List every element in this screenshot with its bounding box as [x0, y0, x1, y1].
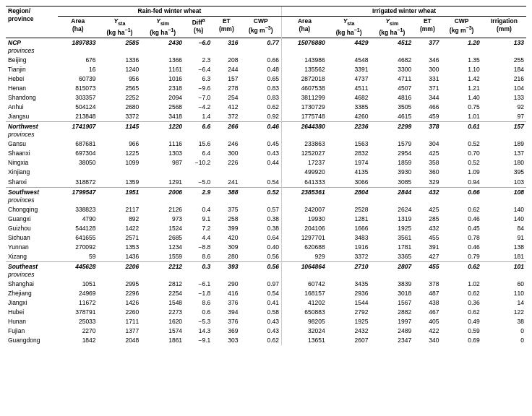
rf-et: 393: [213, 261, 240, 280]
ir-et: 331: [413, 74, 441, 84]
province-label: Northwestprovinces: [6, 122, 58, 140]
province-label: Shanghai: [6, 280, 58, 289]
ir-area: 41202: [282, 298, 327, 308]
table-row: Xizang59143615598.62800.5692933723365427…: [6, 252, 526, 262]
rf-et: 266: [213, 122, 240, 140]
rf-et: 241: [213, 178, 240, 188]
table-row: Shaanxi697304122513036.43000.43125202728…: [6, 149, 526, 158]
rf-cwp: 0.58: [240, 308, 281, 317]
ir-cwp: 0.62: [441, 261, 481, 280]
rf-ysim: 1574: [141, 326, 184, 336]
ir-irr: 101: [482, 261, 526, 280]
ir-irr: 91: [482, 233, 526, 243]
ir-ysim: 3365: [371, 252, 414, 262]
ir-ysta: 4260: [327, 112, 371, 122]
ir-ysta: 4682: [327, 93, 371, 103]
rf-ysim: 987: [141, 158, 184, 168]
ir-area: 3811299: [282, 93, 327, 103]
rf-ysim: 1161: [141, 65, 184, 74]
rf-cwp: 0.43: [240, 317, 281, 326]
rf-cwp: 0.83: [240, 93, 281, 103]
ir-ysta: 3066: [327, 178, 371, 188]
ir-ysim: 3505: [371, 103, 414, 112]
rf-cwp: 0.57: [240, 205, 281, 214]
rf-cwp: 0.43: [240, 326, 281, 336]
rf-area: 1051: [58, 280, 98, 289]
rf-cwp: 0.65: [240, 74, 281, 84]
rf-cwp: 0.40: [240, 243, 281, 252]
rf-et: 303: [213, 336, 240, 345]
rf-et: 246: [213, 139, 240, 149]
province-label: Gansu: [6, 139, 58, 149]
rf-diff: −1.8: [184, 289, 213, 298]
rf-area: 1897833: [58, 38, 98, 56]
rf-et: [213, 168, 240, 177]
ir-cwp: 0.45: [441, 224, 481, 233]
rf-ysim: 1861: [141, 336, 184, 345]
rf-cwp: 0.43: [240, 149, 281, 158]
rf-area: 213848: [58, 112, 98, 122]
ir-irr: 138: [482, 243, 526, 252]
ir-cwp: 0.78: [441, 233, 481, 243]
ir-irr: 104: [482, 84, 526, 93]
ir-area: 929: [282, 252, 327, 262]
rf-diff: 6.6: [184, 122, 213, 140]
ir-irr: 180: [482, 158, 526, 168]
rf-diff: 4.4: [184, 233, 213, 243]
rf-diff: −5.0: [184, 178, 213, 188]
rf-ysim: 2812: [141, 280, 184, 289]
rf-cwp: 0.46: [240, 122, 281, 140]
rf-et: 309: [213, 243, 240, 252]
ir-et: 304: [413, 139, 441, 149]
rf-ysta: 1426: [98, 298, 142, 308]
col-ysta-rf: Ysta(kg ha−1): [98, 17, 142, 38]
ir-et: 329: [413, 178, 441, 188]
rf-cwp: 0.48: [240, 65, 281, 74]
province-label: Hebei: [6, 74, 58, 84]
rf-area: 16: [58, 65, 98, 74]
rf-cwp: 0.97: [240, 280, 281, 289]
ir-et: 459: [413, 112, 441, 122]
ir-area: 60742: [282, 280, 327, 289]
rf-et: 157: [213, 74, 240, 84]
rf-area: 1799547: [58, 187, 98, 205]
province-label: Sichuan: [6, 233, 58, 243]
ir-et: 432: [413, 224, 441, 233]
rf-ysim: 2430: [141, 38, 184, 56]
rf-ysta: [98, 168, 142, 177]
rf-ysim: 1620: [141, 317, 184, 326]
ir-cwp: 0.75: [441, 103, 481, 112]
rf-ysim: 2254: [141, 289, 184, 298]
rf-ysim: 1291: [141, 178, 184, 188]
table-row: Tianjin1612401161−6.42440.48135562339133…: [6, 65, 526, 74]
col-area-ir: Area(ha): [282, 17, 327, 38]
table-row: Ningxia380501099987−10.22260.44172371974…: [6, 158, 526, 168]
rf-cwp: [240, 168, 281, 177]
group-header-rainfed: Rain-fed winter wheat: [58, 6, 282, 17]
ir-ysim: 3085: [371, 178, 414, 188]
ir-ysim: 3300: [371, 65, 414, 74]
ir-ysim: 2624: [371, 205, 414, 214]
province-label: Fujian: [6, 326, 58, 336]
province-label: Southeastprovinces: [6, 261, 58, 280]
province-label: Jiangsu: [6, 112, 58, 122]
ir-cwp: 0.69: [441, 336, 481, 345]
ir-ysta: 1666: [327, 224, 371, 233]
rf-diff: −10.2: [184, 158, 213, 168]
group-header-irrigated: Irrigated winter wheat: [282, 6, 526, 17]
rf-cwp: 0.52: [240, 187, 281, 205]
ir-irr: 395: [482, 168, 526, 177]
ir-irr: 189: [482, 139, 526, 149]
ir-et: 285: [413, 214, 441, 224]
ir-area: 233863: [282, 139, 327, 149]
table-row: Shandong30335722522094−7.02540.833811299…: [6, 93, 526, 103]
ir-irr: 140: [482, 214, 526, 224]
ir-ysta: 1563: [327, 139, 371, 149]
ir-area: 2872018: [282, 74, 327, 84]
ir-cwp: 0.70: [441, 149, 481, 158]
ir-et: 432: [413, 187, 441, 205]
ir-et: 378: [413, 122, 441, 140]
ir-area: 19930: [282, 214, 327, 224]
ir-ysta: 3435: [327, 280, 371, 289]
ir-et: 427: [413, 252, 441, 262]
